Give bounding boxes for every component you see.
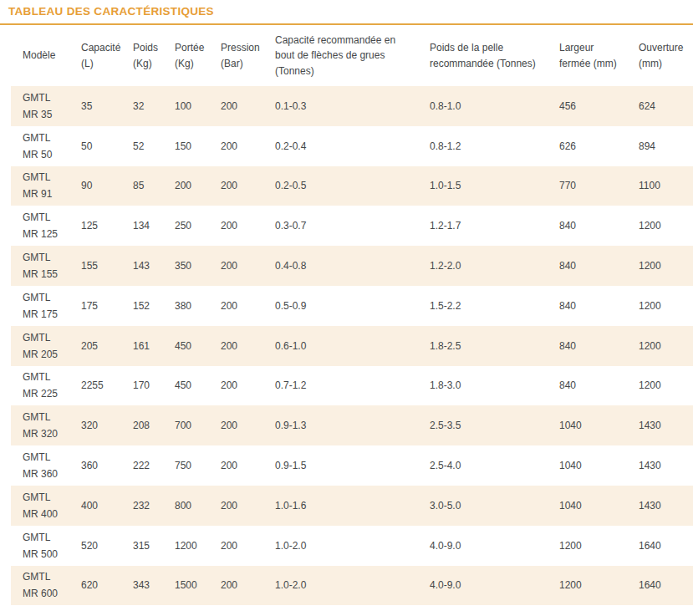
cell-capacite-recommandee: 0.2-0.5 — [263, 166, 418, 206]
col-header-poids: Poids (Kg) — [121, 25, 163, 86]
cell-capacite: 90 — [69, 166, 121, 206]
cell-poids: 161 — [121, 326, 163, 366]
cell-ouverture: 1430 — [627, 445, 693, 486]
cell-poids-pelle: 1.2-1.7 — [418, 206, 548, 246]
cell-modele: GMTL MR 125 — [11, 206, 69, 246]
cell-poids-pelle: 1.5-2.2 — [418, 286, 548, 326]
cell-pression: 200 — [209, 486, 263, 526]
cell-portee: 450 — [163, 326, 209, 366]
cell-largeur-fermee: 1200 — [548, 526, 627, 566]
cell-poids: 134 — [121, 206, 163, 246]
table-row: GMTL MR 320 320 208 700 200 0.9-1.3 2.5-… — [11, 405, 693, 445]
cell-ouverture: 1200 — [627, 326, 693, 366]
cell-capacite: 520 — [69, 526, 121, 566]
col-header-poids-pelle: Poids de la pelle recommandée (Tonnes) — [418, 25, 548, 86]
cell-largeur-fermee: 770 — [548, 166, 627, 206]
cell-poids: 170 — [121, 366, 163, 406]
cell-poids-pelle: 1.0-1.5 — [418, 166, 548, 206]
cell-capacite: 50 — [69, 126, 121, 166]
cell-capacite-recommandee: 1.0-2.0 — [263, 526, 418, 566]
cell-largeur-fermee: 840 — [548, 326, 627, 366]
cell-pression: 200 — [209, 526, 263, 566]
cell-capacite-recommandee: 0.4-0.8 — [263, 246, 418, 286]
cell-portee: 200 — [163, 166, 209, 206]
cell-largeur-fermee: 626 — [548, 126, 627, 166]
cell-poids-pelle: 1.8-2.5 — [418, 326, 548, 366]
cell-pression: 200 — [209, 366, 263, 406]
table-row: GMTL MR 35 35 32 100 200 0.1-0.3 0.8-1.0… — [11, 86, 693, 126]
cell-modele: GMTL MR 500 — [11, 526, 69, 566]
cell-modele: GMTL MR 35 — [11, 86, 69, 126]
table-row: GMTL MR 205 205 161 450 200 0.6-1.0 1.8-… — [11, 326, 693, 366]
table-row: GMTL MR 125 125 134 250 200 0.3-0.7 1.2-… — [11, 206, 693, 246]
cell-portee: 750 — [163, 445, 209, 486]
table-header: Modèle Capacité (L) Poids (Kg) Portée (K… — [11, 25, 693, 86]
cell-poids: 52 — [121, 126, 163, 166]
cell-modele: GMTL MR 205 — [11, 326, 69, 366]
table-row: GMTL MR 155 155 143 350 200 0.4-0.8 1.2-… — [11, 246, 693, 286]
cell-pression: 200 — [209, 166, 263, 206]
cell-ouverture: 1200 — [627, 246, 693, 286]
cell-portee: 1200 — [163, 526, 209, 566]
cell-capacite: 620 — [69, 566, 121, 606]
cell-pression: 200 — [209, 286, 263, 326]
cell-modele: GMTL MR 91 — [11, 166, 69, 206]
cell-poids: 343 — [121, 566, 163, 606]
cell-pression: 200 — [209, 445, 263, 486]
col-header-largeur-fermee: Largeur fermée (mm) — [548, 25, 627, 86]
characteristics-table: Modèle Capacité (L) Poids (Kg) Portée (K… — [11, 25, 693, 605]
cell-pression: 200 — [209, 326, 263, 366]
cell-pression: 200 — [209, 246, 263, 286]
table-row: GMTL MR 360 360 222 750 200 0.9-1.5 2.5-… — [11, 445, 693, 486]
cell-largeur-fermee: 840 — [548, 246, 627, 286]
cell-poids-pelle: 0.8-1.0 — [418, 86, 548, 126]
cell-capacite-recommandee: 0.7-1.2 — [263, 366, 418, 406]
cell-capacite-recommandee: 0.1-0.3 — [263, 86, 418, 126]
cell-poids-pelle: 1.2-2.0 — [418, 246, 548, 286]
cell-portee: 700 — [163, 405, 209, 445]
col-header-modele: Modèle — [11, 25, 69, 86]
cell-capacite: 400 — [69, 486, 121, 526]
cell-poids: 208 — [121, 405, 163, 445]
cell-poids-pelle: 0.8-1.2 — [418, 126, 548, 166]
cell-poids: 32 — [121, 86, 163, 126]
cell-poids-pelle: 4.0-9.0 — [418, 566, 548, 606]
table-row: GMTL MR 225 2255 170 450 200 0.7-1.2 1.8… — [11, 366, 693, 406]
cell-capacite-recommandee: 0.5-0.9 — [263, 286, 418, 326]
cell-capacite: 320 — [69, 405, 121, 445]
cell-capacite-recommandee: 0.3-0.7 — [263, 206, 418, 246]
cell-capacite-recommandee: 1.0-1.6 — [263, 486, 418, 526]
table-row: GMTL MR 50 50 52 150 200 0.2-0.4 0.8-1.2… — [11, 126, 693, 166]
cell-modele: GMTL MR 175 — [11, 286, 69, 326]
cell-portee: 150 — [163, 126, 209, 166]
cell-capacite-recommandee: 0.9-1.5 — [263, 445, 418, 486]
header-row: Modèle Capacité (L) Poids (Kg) Portée (K… — [11, 25, 693, 86]
cell-ouverture: 624 — [627, 86, 693, 126]
cell-capacite: 125 — [69, 206, 121, 246]
cell-portee: 1500 — [163, 566, 209, 606]
col-header-capacite-recommandee: Capacité recommandée en bout de flèches … — [263, 25, 418, 86]
cell-capacite: 155 — [69, 246, 121, 286]
cell-pression: 200 — [209, 126, 263, 166]
cell-ouverture: 1640 — [627, 526, 693, 566]
cell-modele: GMTL MR 320 — [11, 405, 69, 445]
cell-modele: GMTL MR 400 — [11, 486, 69, 526]
cell-ouverture: 894 — [627, 126, 693, 166]
cell-ouverture: 1200 — [627, 366, 693, 406]
cell-poids-pelle: 2.5-4.0 — [418, 445, 548, 486]
cell-largeur-fermee: 1040 — [548, 486, 627, 526]
cell-poids: 143 — [121, 246, 163, 286]
cell-largeur-fermee: 840 — [548, 286, 627, 326]
cell-poids-pelle: 1.8-3.0 — [418, 366, 548, 406]
table-body: GMTL MR 35 35 32 100 200 0.1-0.3 0.8-1.0… — [11, 86, 693, 605]
characteristics-section: TABLEAU DES CARACTÉRISTIQUES Modèle Capa… — [0, 0, 693, 616]
cell-capacite-recommandee: 0.9-1.3 — [263, 405, 418, 445]
col-header-capacite: Capacité (L) — [69, 25, 121, 86]
cell-portee: 100 — [163, 86, 209, 126]
cell-portee: 800 — [163, 486, 209, 526]
cell-poids: 315 — [121, 526, 163, 566]
cell-modele: GMTL MR 360 — [11, 445, 69, 486]
table-row: GMTL MR 500 520 315 1200 200 1.0-2.0 4.0… — [11, 526, 693, 566]
cell-modele: GMTL MR 155 — [11, 246, 69, 286]
cell-pression: 200 — [209, 206, 263, 246]
